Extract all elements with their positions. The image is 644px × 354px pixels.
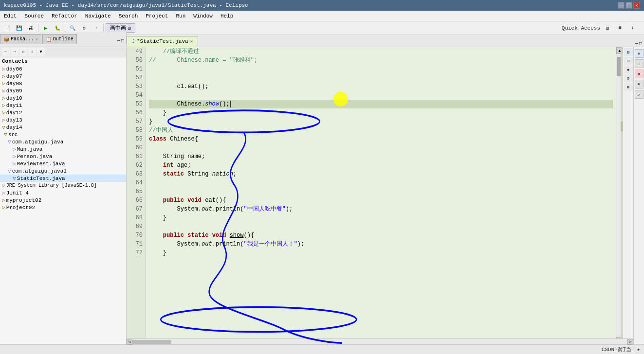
far-right-btn-3[interactable]: ⊗ <box>635 70 644 78</box>
hscroll-thumb[interactable] <box>132 340 171 344</box>
tree-day08[interactable]: ▷ day08 <box>0 80 126 87</box>
tree-day11[interactable]: ▷ day11 <box>0 102 126 109</box>
right-icon-1[interactable]: ⊟ <box>624 48 633 56</box>
code-line-61: String name; <box>149 152 613 161</box>
right-icon-5[interactable]: ⊚ <box>624 83 633 91</box>
sidebar: ← → ⌂ ↕ ▼ Contacts ▷ day06 ▷ day07 ▷ day… <box>0 47 127 344</box>
sidebar-home-btn[interactable]: ⌂ <box>19 48 27 56</box>
menu-navigate[interactable]: Navigate <box>81 11 115 21</box>
editor-tab-min[interactable]: ─ <box>635 41 638 47</box>
horizontal-scrollbar[interactable]: ◁ ▷ <box>127 338 633 344</box>
pkg2-icon: ▽ <box>8 168 11 174</box>
tree-statictest[interactable]: ▽ StaticTest.java <box>0 175 126 182</box>
menu-help[interactable]: Help <box>217 11 237 21</box>
hscroll-left-btn[interactable]: ◁ <box>127 339 132 345</box>
contacts-item[interactable]: Contacts <box>0 57 126 65</box>
pip-icon: ⊞ <box>128 25 131 31</box>
folder-icon: ▷ <box>2 102 5 108</box>
tab-bar: 📦 Packa... ✕ 📋 Outline ─ □ J *StaticTest… <box>0 35 644 47</box>
java-icon4: ▽ <box>13 175 16 181</box>
minimap <box>621 47 623 344</box>
jre-icon: ▷ <box>2 182 5 189</box>
toolbar-sep-1 <box>38 24 38 33</box>
tree-pkg2[interactable]: ▽ com.atguigu.java1 <box>0 167 126 175</box>
menu-refactor[interactable]: Refactor <box>48 11 81 21</box>
tab-packages[interactable]: 📦 Packa... ✕ <box>0 34 41 44</box>
tree-pkg1[interactable]: ▽ com.atguigu.java <box>0 138 126 145</box>
outline-icon: 📋 <box>46 36 52 42</box>
pkg1-icon: ▽ <box>8 139 11 145</box>
code-line-65 <box>149 187 613 196</box>
hscroll-right-btn[interactable]: ▷ <box>627 339 633 345</box>
tree-src[interactable]: ▽ src <box>0 131 126 138</box>
tree-day10[interactable]: ▷ day10 <box>0 94 126 102</box>
menu-search[interactable]: Search <box>115 11 142 21</box>
project-icon2: ▷ <box>2 204 5 211</box>
status-bar: CSDN·@汀当！★ <box>0 344 644 354</box>
code-line-68: } <box>149 213 613 222</box>
tree-junit[interactable]: ▷ JUnit 4 <box>0 189 126 196</box>
java-file-icon: J <box>132 39 135 44</box>
tree-man[interactable]: ▷ Man.java <box>0 145 126 153</box>
title-text: kspace0105 - Java EE - day14/src/com/atg… <box>4 2 248 8</box>
tree-person[interactable]: ▷ Person.java <box>0 153 126 160</box>
code-line-56: } <box>149 108 613 117</box>
folder-icon: ▷ <box>2 80 5 87</box>
code-line-58: //中国人 <box>149 126 613 135</box>
qa-btn1[interactable]: ⊞ <box>602 23 613 34</box>
menu-run[interactable]: Run <box>172 11 189 21</box>
sidebar-max-btn[interactable]: □ <box>121 38 124 44</box>
code-line-64 <box>149 178 613 187</box>
qa-btn2[interactable]: ≡ <box>615 23 626 34</box>
far-right-btn-5[interactable]: ▷ <box>635 90 644 99</box>
sidebar-back-btn[interactable]: ← <box>2 48 10 56</box>
folder-day14-icon: ▽ <box>2 124 5 130</box>
editor-scrollbar[interactable]: ▲ ▼ <box>616 47 623 344</box>
tree-day09[interactable]: ▷ day09 <box>0 87 126 94</box>
tree-day12[interactable]: ▷ day12 <box>0 109 126 116</box>
far-right-btn-1[interactable]: ⊕ <box>635 49 644 58</box>
tree-day06[interactable]: ▷ day06 <box>0 65 126 72</box>
far-right-btn-2[interactable]: ⊟ <box>635 59 644 68</box>
menu-source[interactable]: Source <box>20 11 48 21</box>
tree-day13[interactable]: ▷ day13 <box>0 116 126 124</box>
tree-project02[interactable]: ▷ Project02 <box>0 204 126 211</box>
sidebar-sync-btn[interactable]: ↕ <box>28 48 36 56</box>
qa-btn3[interactable]: ↓ <box>627 23 638 34</box>
code-line-63: static String nation; <box>149 170 613 178</box>
code-line-57: } <box>149 117 613 126</box>
close-button[interactable]: ✕ <box>633 2 640 9</box>
menu-edit[interactable]: Edit <box>0 11 20 21</box>
sidebar-min-btn[interactable]: ─ <box>117 38 120 44</box>
code-line-72: } <box>149 248 613 257</box>
java-icon2: ▷ <box>13 153 16 159</box>
tree-day14[interactable]: ▽ day14 <box>0 124 126 131</box>
project-icon: ▷ <box>2 197 5 203</box>
code-line-55: Chinese.show(); <box>149 100 613 108</box>
right-icon-2[interactable]: ⊞ <box>624 57 633 65</box>
minimize-button[interactable]: ─ <box>618 2 625 9</box>
tree-reviewtest[interactable]: ▷ ReviewTest.java <box>0 160 126 167</box>
title-bar: kspace0105 - Java EE - day14/src/com/atg… <box>0 0 644 11</box>
code-editor[interactable]: //编译不通过 // Chinese.name = "张维科"; c1.eat(… <box>146 47 616 344</box>
sidebar-fwd-btn[interactable]: → <box>11 48 18 56</box>
code-line-69 <box>149 222 613 231</box>
right-icon-4[interactable]: ⊙ <box>624 74 633 82</box>
editor-tab-max[interactable]: □ <box>639 41 642 47</box>
far-right-panel: ⊕ ⊟ ⊗ ≡ ▷ <box>633 47 644 344</box>
tree-jre[interactable]: ▷ JRE System Library [JavaSE-1.8] <box>0 182 126 189</box>
sidebar-filter-btn[interactable]: ▼ <box>37 48 45 56</box>
code-line-59: class Chinese{ <box>149 135 613 143</box>
tree-myproject[interactable]: ▷ myproject02 <box>0 196 126 204</box>
editor-tab-close[interactable]: ✕ <box>190 39 193 44</box>
menu-project[interactable]: Project <box>142 11 172 21</box>
tab-outline[interactable]: 📋 Outline <box>42 34 77 44</box>
tree-day07[interactable]: ▷ day07 <box>0 72 126 80</box>
packages-close[interactable]: ✕ <box>36 37 38 41</box>
editor-tab-static[interactable]: J *StaticTest.java ✕ <box>127 36 198 47</box>
right-icon-3[interactable]: ◈ <box>624 66 633 73</box>
editor-area[interactable]: 49 50 51 52 53 54 55 56 57 58 59 60 61 6… <box>127 47 633 344</box>
maximize-button[interactable]: □ <box>626 2 632 9</box>
far-right-btn-4[interactable]: ≡ <box>635 80 644 88</box>
menu-window[interactable]: Window <box>189 11 217 21</box>
